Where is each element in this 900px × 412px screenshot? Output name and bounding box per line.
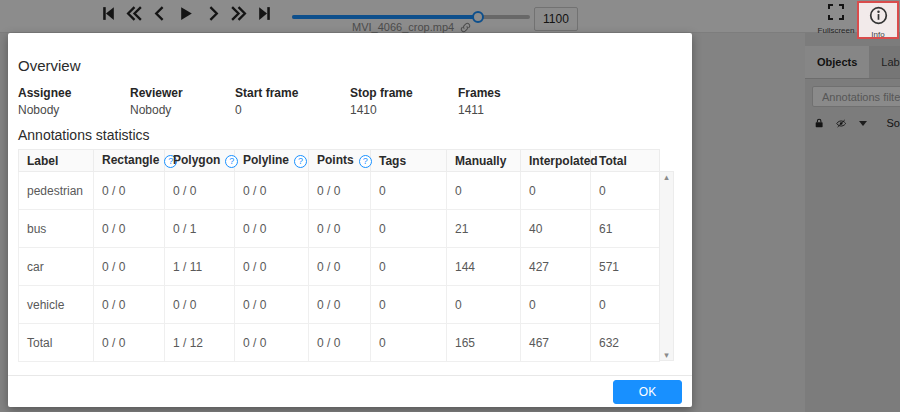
table-cell: 0 / 0 xyxy=(94,210,165,248)
overview-title: Overview xyxy=(18,57,676,74)
row-label: vehicle xyxy=(19,286,94,324)
table-cell: 0 xyxy=(371,286,447,324)
modal-footer: OK xyxy=(8,375,692,407)
scroll-up-icon[interactable]: ▴ xyxy=(664,172,669,182)
table-cell: 0 xyxy=(371,324,447,362)
table-row: vehicle0 / 00 / 00 / 00 / 00000 xyxy=(19,286,660,324)
info-label: Info xyxy=(859,30,897,39)
table-cell: 0 / 1 xyxy=(165,210,235,248)
table-cell: 0 / 0 xyxy=(235,248,309,286)
column-header: Tags xyxy=(371,150,447,172)
overview-field: Start frame0 xyxy=(235,86,350,117)
column-header-label: Interpolated xyxy=(529,154,598,168)
table-cell: 0 xyxy=(447,172,521,210)
table-cell: 144 xyxy=(447,248,521,286)
ok-button[interactable]: OK xyxy=(613,380,682,404)
table-cell: 467 xyxy=(521,324,591,362)
overview-field-value: Nobody xyxy=(18,103,130,117)
overview-field: AssigneeNobody xyxy=(18,86,130,117)
table-row: pedestrian0 / 00 / 00 / 00 / 00000 xyxy=(19,172,660,210)
overview-field-label: Reviewer xyxy=(130,86,235,100)
column-header: Polyline? xyxy=(235,150,309,172)
overview-field-label: Assignee xyxy=(18,86,130,100)
job-info-modal: Overview AssigneeNobodyReviewerNobodySta… xyxy=(8,33,692,407)
overview-fields: AssigneeNobodyReviewerNobodyStart frame0… xyxy=(18,86,676,117)
overview-field-label: Start frame xyxy=(235,86,350,100)
column-header-label: Points xyxy=(317,153,354,167)
table-cell: 0 / 0 xyxy=(309,324,371,362)
table-row: bus0 / 00 / 10 / 00 / 00214061 xyxy=(19,210,660,248)
table-cell: 0 xyxy=(521,286,591,324)
column-header-label: Rectangle xyxy=(102,153,159,167)
table-cell: 21 xyxy=(447,210,521,248)
column-header-label: Label xyxy=(27,154,58,168)
table-cell: 0 xyxy=(521,172,591,210)
column-header: Interpolated xyxy=(521,150,591,172)
row-label: car xyxy=(19,248,94,286)
table-cell: 0 / 0 xyxy=(235,286,309,324)
overview-field-value: 1410 xyxy=(350,103,458,117)
scroll-down-icon[interactable]: ▾ xyxy=(664,350,669,360)
help-icon[interactable]: ? xyxy=(225,155,238,168)
table-cell: 0 / 0 xyxy=(94,324,165,362)
overview-field: Stop frame1410 xyxy=(350,86,458,117)
table-cell: 571 xyxy=(591,248,660,286)
column-header-label: Total xyxy=(599,154,627,168)
table-cell: 0 xyxy=(591,286,660,324)
help-icon[interactable]: ? xyxy=(359,155,372,168)
column-header-label: Polygon xyxy=(173,153,220,167)
overview-field-value: 1411 xyxy=(458,103,676,117)
table-cell: 40 xyxy=(521,210,591,248)
table-cell: 0 xyxy=(591,172,660,210)
table-cell: 0 / 0 xyxy=(94,286,165,324)
column-header-label: Manually xyxy=(455,154,506,168)
statistics-table: LabelRectangle?Polygon?Polyline?Points?T… xyxy=(18,149,660,362)
table-cell: 0 / 0 xyxy=(94,248,165,286)
stats-header-row: LabelRectangle?Polygon?Polyline?Points?T… xyxy=(19,150,660,172)
column-header: Total xyxy=(591,150,660,172)
table-cell: 61 xyxy=(591,210,660,248)
table-cell: 0 / 0 xyxy=(235,210,309,248)
table-cell: 0 / 0 xyxy=(165,172,235,210)
table-cell: 632 xyxy=(591,324,660,362)
table-cell: 0 / 0 xyxy=(235,324,309,362)
info-icon xyxy=(869,6,888,25)
table-cell: 0 / 0 xyxy=(165,286,235,324)
stats-body: pedestrian0 / 00 / 00 / 00 / 00000bus0 /… xyxy=(19,172,660,362)
table-cell: 0 / 0 xyxy=(235,172,309,210)
info-button[interactable]: Info xyxy=(857,1,899,39)
column-header: Polygon? xyxy=(165,150,235,172)
column-header-label: Tags xyxy=(379,154,406,168)
table-cell: 1 / 11 xyxy=(165,248,235,286)
statistics-table-wrap: LabelRectangle?Polygon?Polyline?Points?T… xyxy=(18,149,674,362)
table-cell: 0 / 0 xyxy=(309,210,371,248)
overview-field: ReviewerNobody xyxy=(130,86,235,117)
column-header: Label xyxy=(19,150,94,172)
overview-field-label: Frames xyxy=(458,86,676,100)
table-cell: 0 xyxy=(371,210,447,248)
table-cell: 0 / 0 xyxy=(309,248,371,286)
table-cell: 0 / 0 xyxy=(309,286,371,324)
table-cell: 1 / 12 xyxy=(165,324,235,362)
overview-field-value: Nobody xyxy=(130,103,235,117)
table-cell: 0 xyxy=(371,248,447,286)
column-header: Points? xyxy=(309,150,371,172)
table-cell: 0 / 0 xyxy=(309,172,371,210)
table-scrollbar[interactable]: ▴ ▾ xyxy=(659,171,674,361)
overview-field: Frames1411 xyxy=(458,86,676,117)
column-header: Manually xyxy=(447,150,521,172)
table-cell: 427 xyxy=(521,248,591,286)
help-icon[interactable]: ? xyxy=(294,155,307,168)
column-header: Rectangle? xyxy=(94,150,165,172)
row-label: bus xyxy=(19,210,94,248)
table-row: car0 / 01 / 110 / 00 / 00144427571 xyxy=(19,248,660,286)
overview-field-label: Stop frame xyxy=(350,86,458,100)
table-cell: 0 / 0 xyxy=(94,172,165,210)
table-cell: 0 xyxy=(371,172,447,210)
table-cell: 0 xyxy=(447,286,521,324)
table-cell: 165 xyxy=(447,324,521,362)
row-label: pedestrian xyxy=(19,172,94,210)
table-row: Total0 / 01 / 120 / 00 / 00165467632 xyxy=(19,324,660,362)
row-label: Total xyxy=(19,324,94,362)
column-header-label: Polyline xyxy=(243,153,289,167)
